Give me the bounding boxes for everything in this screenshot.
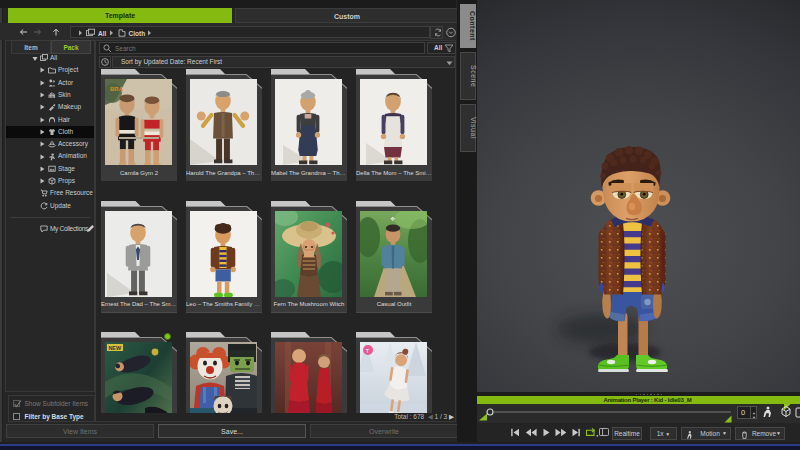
svg-text:T: T — [366, 348, 370, 354]
svg-text:NEW: NEW — [108, 345, 122, 351]
svg-text:BRA: BRA — [110, 86, 124, 92]
svg-text:All: All — [98, 29, 107, 36]
svg-text:❖: ❖ — [390, 216, 395, 222]
svg-text:Cloth: Cloth — [129, 29, 146, 36]
